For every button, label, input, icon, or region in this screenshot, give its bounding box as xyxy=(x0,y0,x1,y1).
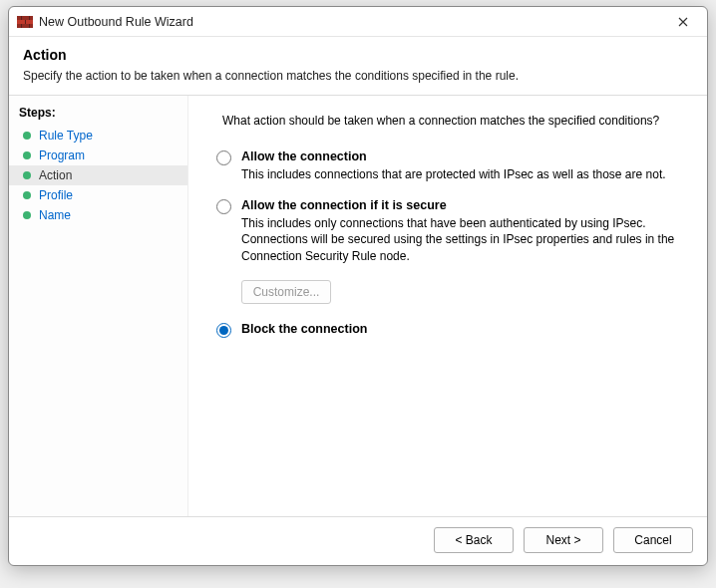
svg-rect-6 xyxy=(21,24,22,28)
wizard-footer: < Back Next > Cancel xyxy=(9,516,707,565)
step-label: Rule Type xyxy=(39,129,93,143)
wizard-header: Action Specify the action to be taken wh… xyxy=(9,37,707,96)
option-title: Block the connection xyxy=(241,322,683,336)
svg-rect-5 xyxy=(25,20,26,24)
step-bullet-icon xyxy=(23,191,31,199)
step-label: Profile xyxy=(39,188,73,202)
radio-block[interactable] xyxy=(216,323,231,338)
titlebar: New Outbound Rule Wizard xyxy=(9,7,707,37)
step-rule-type[interactable]: Rule Type xyxy=(9,126,187,146)
close-button[interactable] xyxy=(663,8,703,36)
svg-rect-3 xyxy=(21,16,22,20)
step-program[interactable]: Program xyxy=(9,146,187,165)
customize-row: Customize... xyxy=(241,280,683,304)
step-bullet-icon xyxy=(23,211,31,219)
option-title: Allow the connection xyxy=(241,149,683,163)
option-desc: This includes connections that are prote… xyxy=(241,166,683,182)
svg-rect-7 xyxy=(29,24,30,28)
step-label: Name xyxy=(39,208,71,222)
step-bullet-icon xyxy=(23,151,31,159)
option-allow[interactable]: Allow the connection This includes conne… xyxy=(216,149,683,182)
cancel-button[interactable]: Cancel xyxy=(613,527,693,553)
window-title: New Outbound Rule Wizard xyxy=(39,15,663,29)
steps-sidebar: Steps: Rule Type Program Action Profile … xyxy=(9,96,188,516)
option-body: Allow the connection if it is secure Thi… xyxy=(241,198,683,264)
radio-allow-secure[interactable] xyxy=(216,199,231,214)
radio-allow[interactable] xyxy=(216,150,231,165)
steps-label: Steps: xyxy=(9,104,187,126)
page-subtext: Specify the action to be taken when a co… xyxy=(23,69,693,83)
option-block[interactable]: Block the connection xyxy=(216,322,683,339)
next-button[interactable]: Next > xyxy=(524,527,603,553)
svg-rect-2 xyxy=(17,24,33,28)
option-allow-secure[interactable]: Allow the connection if it is secure Thi… xyxy=(216,198,683,264)
option-body: Allow the connection This includes conne… xyxy=(241,149,683,182)
step-bullet-icon xyxy=(23,132,31,140)
customize-button: Customize... xyxy=(241,280,331,304)
page-heading: Action xyxy=(23,47,693,63)
wizard-window: New Outbound Rule Wizard Action Specify … xyxy=(8,6,708,566)
main-panel: What action should be taken when a conne… xyxy=(188,96,707,516)
step-label: Action xyxy=(39,168,72,182)
step-bullet-icon xyxy=(23,171,31,179)
firewall-icon xyxy=(17,14,33,30)
back-button[interactable]: < Back xyxy=(434,527,514,553)
prompt-text: What action should be taken when a conne… xyxy=(222,114,683,128)
option-title: Allow the connection if it is secure xyxy=(241,198,683,212)
step-name[interactable]: Name xyxy=(9,205,187,225)
step-action[interactable]: Action xyxy=(9,165,187,185)
option-desc: This includes only connections that have… xyxy=(241,215,683,264)
svg-rect-4 xyxy=(29,16,30,20)
wizard-body: Steps: Rule Type Program Action Profile … xyxy=(9,96,707,516)
svg-rect-1 xyxy=(17,16,33,20)
step-label: Program xyxy=(39,148,85,162)
step-profile[interactable]: Profile xyxy=(9,185,187,205)
option-body: Block the connection xyxy=(241,322,683,339)
